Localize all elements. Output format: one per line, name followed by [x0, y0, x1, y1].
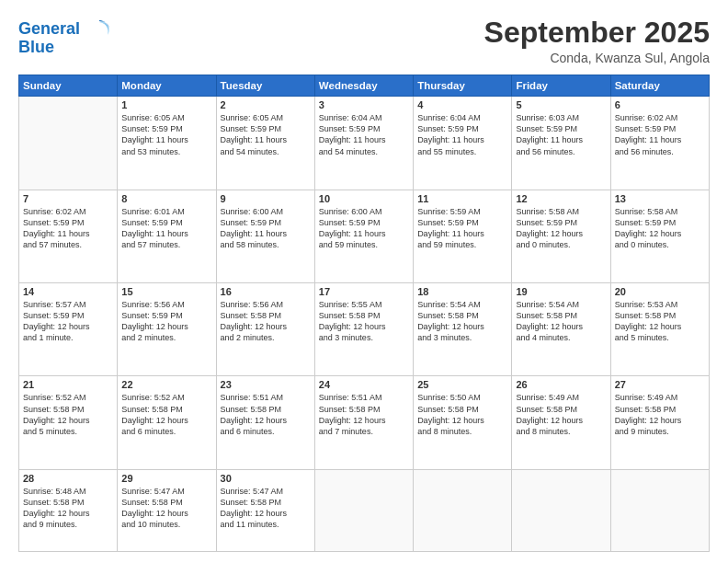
day-number: 27 — [615, 379, 705, 390]
header: General Blue September 2025 Conda, Kwanz… — [18, 17, 710, 65]
day-number: 30 — [221, 473, 311, 484]
cell-content: Sunrise: 6:00 AMSunset: 5:59 PMDaylight:… — [319, 206, 409, 251]
cell-content: Sunrise: 5:56 AMSunset: 5:59 PMDaylight:… — [121, 299, 211, 344]
day-number: 11 — [417, 193, 507, 204]
calendar-cell: 12Sunrise: 5:58 AMSunset: 5:59 PMDayligh… — [512, 190, 610, 282]
day-number: 20 — [615, 286, 705, 297]
calendar-cell: 14Sunrise: 5:57 AMSunset: 5:59 PMDayligh… — [19, 283, 118, 376]
cell-content: Sunrise: 5:59 AMSunset: 5:59 PMDaylight:… — [417, 206, 507, 251]
day-number: 9 — [221, 193, 311, 204]
calendar-week-3: 14Sunrise: 5:57 AMSunset: 5:59 PMDayligh… — [19, 283, 710, 376]
day-number: 4 — [417, 99, 507, 110]
calendar-cell: 4Sunrise: 6:04 AMSunset: 5:59 PMDaylight… — [414, 97, 512, 190]
cell-content: Sunrise: 5:52 AMSunset: 5:58 PMDaylight:… — [23, 392, 113, 437]
cell-content: Sunrise: 5:58 AMSunset: 5:59 PMDaylight:… — [615, 206, 705, 251]
calendar-week-2: 7Sunrise: 6:02 AMSunset: 5:59 PMDaylight… — [19, 190, 710, 282]
cell-content: Sunrise: 6:04 AMSunset: 5:59 PMDaylight:… — [417, 112, 507, 157]
month-title: September 2025 — [484, 17, 710, 49]
calendar-cell — [414, 469, 512, 551]
day-number: 1 — [121, 99, 211, 110]
cell-content: Sunrise: 6:02 AMSunset: 5:59 PMDaylight:… — [23, 206, 113, 251]
calendar-cell — [314, 469, 413, 551]
day-number: 29 — [121, 473, 211, 484]
calendar-table: SundayMondayTuesdayWednesdayThursdayFrid… — [18, 75, 710, 552]
day-number: 10 — [319, 193, 409, 204]
cell-content: Sunrise: 5:47 AMSunset: 5:58 PMDaylight:… — [121, 486, 211, 531]
cell-content: Sunrise: 6:01 AMSunset: 5:59 PMDaylight:… — [121, 206, 211, 251]
calendar-cell: 24Sunrise: 5:51 AMSunset: 5:58 PMDayligh… — [314, 376, 413, 469]
calendar-cell: 8Sunrise: 6:01 AMSunset: 5:59 PMDaylight… — [118, 190, 216, 282]
calendar-header-monday: Monday — [118, 75, 216, 97]
calendar-cell: 25Sunrise: 5:50 AMSunset: 5:58 PMDayligh… — [414, 376, 512, 469]
cell-content: Sunrise: 5:51 AMSunset: 5:58 PMDaylight:… — [319, 392, 409, 437]
calendar-cell: 6Sunrise: 6:02 AMSunset: 5:59 PMDaylight… — [610, 97, 709, 190]
cell-content: Sunrise: 5:50 AMSunset: 5:58 PMDaylight:… — [417, 392, 507, 437]
day-number: 5 — [516, 99, 606, 110]
cell-content: Sunrise: 6:00 AMSunset: 5:59 PMDaylight:… — [221, 206, 311, 251]
day-number: 25 — [417, 379, 507, 390]
calendar-cell: 20Sunrise: 5:53 AMSunset: 5:58 PMDayligh… — [610, 283, 709, 376]
calendar-header-row: SundayMondayTuesdayWednesdayThursdayFrid… — [19, 75, 710, 97]
calendar-week-4: 21Sunrise: 5:52 AMSunset: 5:58 PMDayligh… — [19, 376, 710, 469]
day-number: 21 — [23, 379, 113, 390]
cell-content: Sunrise: 5:52 AMSunset: 5:58 PMDaylight:… — [121, 392, 211, 437]
calendar-cell: 19Sunrise: 5:54 AMSunset: 5:58 PMDayligh… — [512, 283, 610, 376]
day-number: 3 — [319, 99, 409, 110]
calendar-cell — [512, 469, 610, 551]
calendar-cell: 18Sunrise: 5:54 AMSunset: 5:58 PMDayligh… — [414, 283, 512, 376]
calendar-week-1: 1Sunrise: 6:05 AMSunset: 5:59 PMDaylight… — [19, 97, 710, 190]
calendar-cell: 1Sunrise: 6:05 AMSunset: 5:59 PMDaylight… — [118, 97, 216, 190]
day-number: 16 — [221, 286, 311, 297]
day-number: 18 — [417, 286, 507, 297]
calendar-cell: 29Sunrise: 5:47 AMSunset: 5:58 PMDayligh… — [118, 469, 216, 551]
cell-content: Sunrise: 5:51 AMSunset: 5:58 PMDaylight:… — [221, 392, 311, 437]
cell-content: Sunrise: 5:57 AMSunset: 5:59 PMDaylight:… — [23, 299, 113, 344]
cell-content: Sunrise: 5:54 AMSunset: 5:58 PMDaylight:… — [417, 299, 507, 344]
day-number: 13 — [615, 193, 705, 204]
calendar-cell: 9Sunrise: 6:00 AMSunset: 5:59 PMDaylight… — [216, 190, 314, 282]
calendar-cell: 28Sunrise: 5:48 AMSunset: 5:58 PMDayligh… — [19, 469, 118, 551]
location-title: Conda, Kwanza Sul, Angola — [484, 51, 710, 65]
calendar-header-friday: Friday — [512, 75, 610, 97]
calendar-header-wednesday: Wednesday — [314, 75, 413, 97]
calendar-cell: 21Sunrise: 5:52 AMSunset: 5:58 PMDayligh… — [19, 376, 118, 469]
day-number: 2 — [221, 99, 311, 110]
title-block: September 2025 Conda, Kwanza Sul, Angola — [484, 17, 710, 65]
cell-content: Sunrise: 5:49 AMSunset: 5:58 PMDaylight:… — [516, 392, 606, 437]
calendar-cell: 13Sunrise: 5:58 AMSunset: 5:59 PMDayligh… — [610, 190, 709, 282]
cell-content: Sunrise: 5:54 AMSunset: 5:58 PMDaylight:… — [516, 299, 606, 344]
day-number: 22 — [121, 379, 211, 390]
calendar-cell: 3Sunrise: 6:04 AMSunset: 5:59 PMDaylight… — [314, 97, 413, 190]
cell-content: Sunrise: 5:47 AMSunset: 5:58 PMDaylight:… — [221, 486, 311, 531]
calendar-cell: 5Sunrise: 6:03 AMSunset: 5:59 PMDaylight… — [512, 97, 610, 190]
calendar-cell: 17Sunrise: 5:55 AMSunset: 5:58 PMDayligh… — [314, 283, 413, 376]
calendar-cell: 30Sunrise: 5:47 AMSunset: 5:58 PMDayligh… — [216, 469, 314, 551]
calendar-header-sunday: Sunday — [19, 75, 118, 97]
cell-content: Sunrise: 6:03 AMSunset: 5:59 PMDaylight:… — [516, 112, 606, 157]
day-number: 12 — [516, 193, 606, 204]
cell-content: Sunrise: 5:53 AMSunset: 5:58 PMDaylight:… — [615, 299, 705, 344]
calendar-week-5: 28Sunrise: 5:48 AMSunset: 5:58 PMDayligh… — [19, 469, 710, 551]
cell-content: Sunrise: 5:55 AMSunset: 5:58 PMDaylight:… — [319, 299, 409, 344]
calendar-cell: 2Sunrise: 6:05 AMSunset: 5:59 PMDaylight… — [216, 97, 314, 190]
day-number: 19 — [516, 286, 606, 297]
calendar-header-tuesday: Tuesday — [216, 75, 314, 97]
cell-content: Sunrise: 6:05 AMSunset: 5:59 PMDaylight:… — [221, 112, 311, 157]
calendar-header-saturday: Saturday — [610, 75, 709, 97]
day-number: 23 — [221, 379, 311, 390]
logo: General Blue — [18, 17, 112, 57]
day-number: 8 — [121, 193, 211, 204]
calendar-cell: 23Sunrise: 5:51 AMSunset: 5:58 PMDayligh… — [216, 376, 314, 469]
calendar-cell — [19, 97, 118, 190]
cell-content: Sunrise: 5:49 AMSunset: 5:58 PMDaylight:… — [615, 392, 705, 437]
cell-content: Sunrise: 5:58 AMSunset: 5:59 PMDaylight:… — [516, 206, 606, 251]
calendar-cell: 16Sunrise: 5:56 AMSunset: 5:58 PMDayligh… — [216, 283, 314, 376]
day-number: 7 — [23, 193, 113, 204]
cell-content: Sunrise: 6:02 AMSunset: 5:59 PMDaylight:… — [615, 112, 705, 157]
day-number: 14 — [23, 286, 113, 297]
calendar-cell: 15Sunrise: 5:56 AMSunset: 5:59 PMDayligh… — [118, 283, 216, 376]
calendar-cell — [610, 469, 709, 551]
cell-content: Sunrise: 6:04 AMSunset: 5:59 PMDaylight:… — [319, 112, 409, 157]
cell-content: Sunrise: 5:56 AMSunset: 5:58 PMDaylight:… — [221, 299, 311, 344]
day-number: 6 — [615, 99, 705, 110]
